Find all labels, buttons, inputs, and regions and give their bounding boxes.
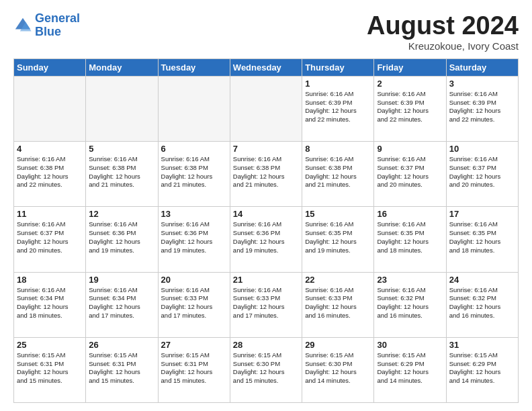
day-cell: 3Sunrise: 6:16 AMSunset: 6:39 PMDaylight… — [446, 76, 518, 141]
day-cell: 11Sunrise: 6:16 AMSunset: 6:37 PMDayligh… — [14, 207, 86, 272]
weekday-header-thursday: Thursday — [302, 58, 374, 76]
day-cell: 10Sunrise: 6:16 AMSunset: 6:37 PMDayligh… — [446, 142, 518, 207]
day-number: 9 — [377, 144, 443, 154]
day-info: Sunrise: 6:16 AMSunset: 6:37 PMDaylight:… — [17, 220, 83, 255]
day-info: Sunrise: 6:16 AMSunset: 6:38 PMDaylight:… — [17, 155, 83, 189]
day-info: Sunrise: 6:15 AMSunset: 6:31 PMDaylight:… — [161, 351, 227, 385]
day-cell: 6Sunrise: 6:16 AMSunset: 6:38 PMDaylight… — [158, 142, 230, 207]
day-cell: 1Sunrise: 6:16 AMSunset: 6:39 PMDaylight… — [302, 76, 374, 141]
weekday-header-wednesday: Wednesday — [230, 58, 302, 76]
day-info: Sunrise: 6:15 AMSunset: 6:30 PMDaylight:… — [233, 351, 299, 385]
day-number: 15 — [305, 209, 371, 219]
day-info: Sunrise: 6:16 AMSunset: 6:38 PMDaylight:… — [89, 155, 154, 189]
day-cell: 18Sunrise: 6:16 AMSunset: 6:34 PMDayligh… — [14, 272, 86, 337]
page: General Blue August 2024 Kreuzokoue, Ivo… — [0, 0, 532, 411]
day-info: Sunrise: 6:16 AMSunset: 6:35 PMDaylight:… — [377, 220, 443, 255]
day-info: Sunrise: 6:16 AMSunset: 6:32 PMDaylight:… — [377, 286, 443, 320]
day-info: Sunrise: 6:15 AMSunset: 6:30 PMDaylight:… — [305, 351, 371, 385]
day-number: 31 — [449, 340, 515, 350]
day-info: Sunrise: 6:16 AMSunset: 6:34 PMDaylight:… — [89, 286, 154, 320]
day-number: 23 — [377, 275, 443, 285]
day-number: 13 — [161, 209, 227, 219]
day-cell: 12Sunrise: 6:16 AMSunset: 6:36 PMDayligh… — [86, 207, 158, 272]
logo-icon — [13, 16, 32, 35]
day-cell: 30Sunrise: 6:15 AMSunset: 6:29 PMDayligh… — [374, 337, 446, 402]
logo-line2: Blue — [35, 25, 61, 38]
header: General Blue August 2024 Kreuzokoue, Ivo… — [13, 12, 519, 52]
day-info: Sunrise: 6:16 AMSunset: 6:39 PMDaylight:… — [305, 90, 371, 124]
weekday-header-tuesday: Tuesday — [158, 58, 230, 76]
week-row-2: 11Sunrise: 6:16 AMSunset: 6:37 PMDayligh… — [14, 207, 519, 272]
day-number: 1 — [305, 79, 371, 89]
day-number: 10 — [449, 144, 515, 154]
day-info: Sunrise: 6:16 AMSunset: 6:35 PMDaylight:… — [449, 220, 515, 255]
calendar-subtitle: Kreuzokoue, Ivory Coast — [367, 40, 519, 52]
day-cell: 22Sunrise: 6:16 AMSunset: 6:33 PMDayligh… — [302, 272, 374, 337]
day-info: Sunrise: 6:16 AMSunset: 6:38 PMDaylight:… — [161, 155, 227, 189]
day-number: 3 — [449, 79, 515, 89]
day-cell: 24Sunrise: 6:16 AMSunset: 6:32 PMDayligh… — [446, 272, 518, 337]
day-cell: 5Sunrise: 6:16 AMSunset: 6:38 PMDaylight… — [86, 142, 158, 207]
logo: General Blue — [13, 12, 80, 39]
day-cell: 15Sunrise: 6:16 AMSunset: 6:35 PMDayligh… — [302, 207, 374, 272]
day-number: 26 — [89, 340, 154, 350]
day-cell — [230, 76, 302, 141]
day-info: Sunrise: 6:15 AMSunset: 6:31 PMDaylight:… — [89, 351, 154, 385]
day-number: 21 — [233, 275, 299, 285]
day-number: 27 — [161, 340, 227, 350]
day-info: Sunrise: 6:16 AMSunset: 6:33 PMDaylight:… — [305, 286, 371, 320]
day-cell: 26Sunrise: 6:15 AMSunset: 6:31 PMDayligh… — [86, 337, 158, 402]
day-info: Sunrise: 6:15 AMSunset: 6:31 PMDaylight:… — [17, 351, 83, 385]
day-info: Sunrise: 6:16 AMSunset: 6:35 PMDaylight:… — [305, 220, 371, 255]
day-number: 30 — [377, 340, 443, 350]
logo-text: General Blue — [35, 12, 80, 39]
day-number: 5 — [89, 144, 154, 154]
day-number: 2 — [377, 79, 443, 89]
day-info: Sunrise: 6:16 AMSunset: 6:36 PMDaylight:… — [233, 220, 299, 255]
day-cell: 21Sunrise: 6:16 AMSunset: 6:33 PMDayligh… — [230, 272, 302, 337]
day-cell — [158, 76, 230, 141]
day-number: 8 — [305, 144, 371, 154]
day-number: 7 — [233, 144, 299, 154]
day-number: 20 — [161, 275, 227, 285]
day-info: Sunrise: 6:16 AMSunset: 6:39 PMDaylight:… — [449, 90, 515, 124]
day-number: 16 — [377, 209, 443, 219]
day-number: 14 — [233, 209, 299, 219]
weekday-header-row: SundayMondayTuesdayWednesdayThursdayFrid… — [14, 58, 519, 76]
weekday-header-friday: Friday — [374, 58, 446, 76]
day-cell: 23Sunrise: 6:16 AMSunset: 6:32 PMDayligh… — [374, 272, 446, 337]
day-number: 28 — [233, 340, 299, 350]
week-row-4: 25Sunrise: 6:15 AMSunset: 6:31 PMDayligh… — [14, 337, 519, 402]
day-number: 12 — [89, 209, 154, 219]
day-info: Sunrise: 6:16 AMSunset: 6:33 PMDaylight:… — [161, 286, 227, 320]
calendar-table: SundayMondayTuesdayWednesdayThursdayFrid… — [13, 58, 519, 403]
weekday-header-sunday: Sunday — [14, 58, 86, 76]
day-info: Sunrise: 6:16 AMSunset: 6:33 PMDaylight:… — [233, 286, 299, 320]
day-cell: 2Sunrise: 6:16 AMSunset: 6:39 PMDaylight… — [374, 76, 446, 141]
logo-line1: General — [35, 11, 80, 25]
day-number: 6 — [161, 144, 227, 154]
weekday-header-monday: Monday — [86, 58, 158, 76]
day-number: 24 — [449, 275, 515, 285]
day-info: Sunrise: 6:16 AMSunset: 6:38 PMDaylight:… — [233, 155, 299, 189]
calendar-title: August 2024 — [367, 12, 519, 40]
day-info: Sunrise: 6:16 AMSunset: 6:34 PMDaylight:… — [17, 286, 83, 320]
day-cell: 19Sunrise: 6:16 AMSunset: 6:34 PMDayligh… — [86, 272, 158, 337]
day-cell: 16Sunrise: 6:16 AMSunset: 6:35 PMDayligh… — [374, 207, 446, 272]
day-number: 17 — [449, 209, 515, 219]
day-cell: 20Sunrise: 6:16 AMSunset: 6:33 PMDayligh… — [158, 272, 230, 337]
day-number: 29 — [305, 340, 371, 350]
day-cell — [86, 76, 158, 141]
day-number: 19 — [89, 275, 154, 285]
day-number: 4 — [17, 144, 83, 154]
day-cell: 7Sunrise: 6:16 AMSunset: 6:38 PMDaylight… — [230, 142, 302, 207]
day-number: 11 — [17, 209, 83, 219]
day-number: 18 — [17, 275, 83, 285]
day-cell: 27Sunrise: 6:15 AMSunset: 6:31 PMDayligh… — [158, 337, 230, 402]
day-info: Sunrise: 6:15 AMSunset: 6:29 PMDaylight:… — [449, 351, 515, 385]
day-info: Sunrise: 6:16 AMSunset: 6:36 PMDaylight:… — [89, 220, 154, 255]
day-cell: 13Sunrise: 6:16 AMSunset: 6:36 PMDayligh… — [158, 207, 230, 272]
day-info: Sunrise: 6:16 AMSunset: 6:38 PMDaylight:… — [305, 155, 371, 189]
day-cell: 28Sunrise: 6:15 AMSunset: 6:30 PMDayligh… — [230, 337, 302, 402]
title-block: August 2024 Kreuzokoue, Ivory Coast — [367, 12, 519, 52]
